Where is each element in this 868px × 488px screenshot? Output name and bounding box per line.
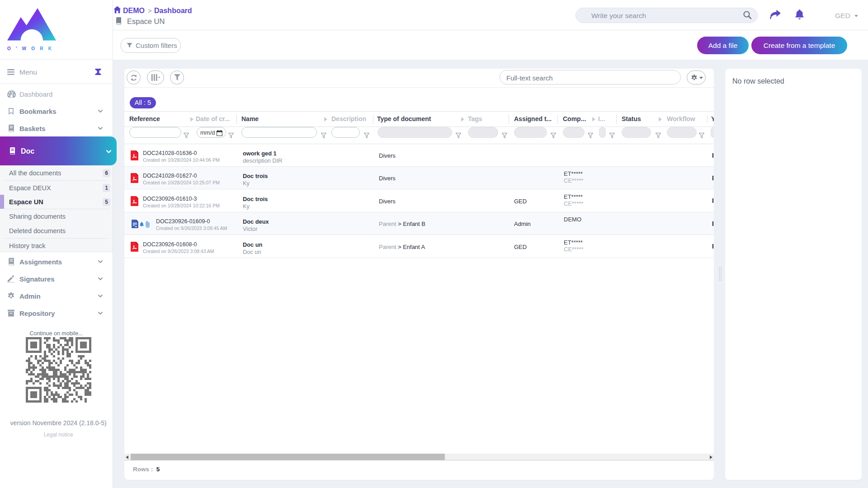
svg-text:O'WORK: O'WORK	[7, 46, 55, 51]
svg-text:w: w	[135, 225, 137, 228]
